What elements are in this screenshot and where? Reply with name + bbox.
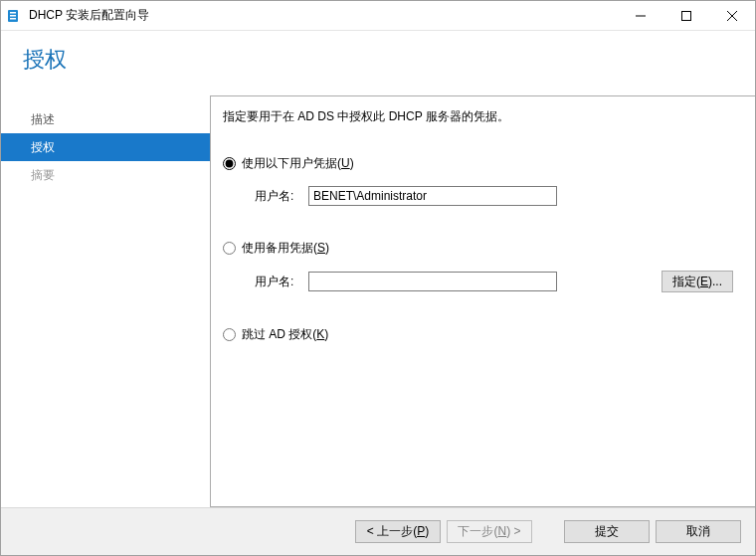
sidebar-item-authorize[interactable]: 授权 bbox=[1, 133, 210, 161]
username-field-current[interactable] bbox=[308, 186, 557, 206]
svg-rect-5 bbox=[682, 12, 691, 21]
svg-rect-3 bbox=[10, 18, 16, 20]
username-label-2: 用户名: bbox=[255, 274, 302, 290]
option-use-alternate-credentials: 使用备用凭据(S) 用户名: 指定(E)... bbox=[221, 240, 733, 292]
radio-use-current-credentials[interactable] bbox=[223, 157, 236, 170]
instruction-text: 指定要用于在 AD DS 中授权此 DHCP 服务器的凭据。 bbox=[221, 108, 733, 125]
wizard-sidebar: 描述 授权 摘要 bbox=[1, 95, 210, 507]
radio-label-current[interactable]: 使用以下用户凭据(U) bbox=[242, 155, 354, 172]
radio-label-skip[interactable]: 跳过 AD 授权(K) bbox=[242, 326, 328, 343]
svg-rect-1 bbox=[10, 12, 16, 14]
close-button[interactable] bbox=[709, 1, 755, 31]
username-label-1: 用户名: bbox=[255, 188, 302, 205]
page-heading: 授权 bbox=[1, 31, 755, 89]
window-controls bbox=[618, 1, 755, 31]
previous-button[interactable]: < 上一步(P) bbox=[355, 520, 441, 543]
app-icon bbox=[7, 8, 23, 24]
svg-rect-4 bbox=[636, 16, 646, 17]
next-button: 下一步(N) > bbox=[447, 520, 532, 543]
radio-skip-authorization[interactable] bbox=[223, 328, 236, 341]
username-field-alternate[interactable] bbox=[308, 272, 557, 291]
cancel-button[interactable]: 取消 bbox=[656, 520, 741, 543]
option-skip-authorization: 跳过 AD 授权(K) bbox=[221, 326, 733, 343]
svg-rect-2 bbox=[10, 15, 16, 17]
window-title: DHCP 安装后配置向导 bbox=[29, 7, 149, 24]
sidebar-item-description[interactable]: 描述 bbox=[1, 105, 210, 133]
radio-use-alternate-credentials[interactable] bbox=[223, 242, 236, 255]
minimize-button[interactable] bbox=[618, 1, 663, 31]
radio-label-alternate[interactable]: 使用备用凭据(S) bbox=[242, 240, 329, 257]
commit-button[interactable]: 提交 bbox=[564, 520, 650, 543]
title-bar: DHCP 安装后配置向导 bbox=[1, 1, 755, 31]
wizard-content: 指定要用于在 AD DS 中授权此 DHCP 服务器的凭据。 使用以下用户凭据(… bbox=[210, 95, 755, 507]
wizard-footer: < 上一步(P) 下一步(N) > 提交 取消 bbox=[1, 507, 755, 555]
maximize-button[interactable] bbox=[663, 1, 709, 31]
option-use-current-credentials: 使用以下用户凭据(U) 用户名: bbox=[221, 155, 733, 206]
specify-button[interactable]: 指定(E)... bbox=[662, 271, 733, 292]
sidebar-item-summary[interactable]: 摘要 bbox=[1, 161, 210, 189]
